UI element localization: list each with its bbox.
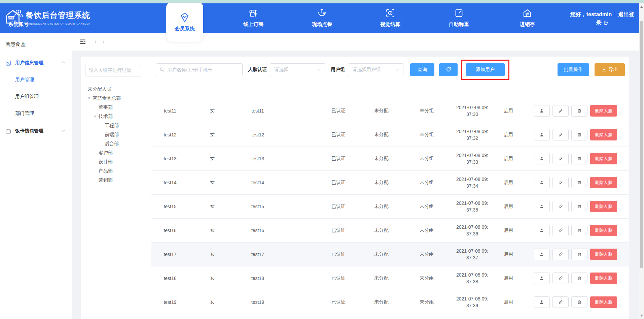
edit-user-button[interactable] (552, 129, 569, 140)
table-row: test12 女 test12 已认证 未分配 未分组 2021-07-08 0… (151, 123, 629, 147)
search-input[interactable] (156, 63, 243, 76)
edit-user-button[interactable] (552, 225, 569, 236)
top-nav-item-online-order[interactable]: 线上订餐 (235, 6, 272, 33)
delete-face-button[interactable]: 删除人脸 (590, 105, 617, 117)
top-nav-item-onsite-order[interactable]: 现场点餐 (303, 6, 341, 33)
delete-user-button[interactable] (571, 129, 587, 140)
tree-node[interactable]: 客户部 (85, 148, 151, 157)
top-nav-item-member-system[interactable]: 会员系统 (166, 2, 203, 42)
batch-operations-button[interactable]: 批量操作 (558, 63, 589, 76)
cell-emp-id: test18 (236, 276, 280, 281)
table-row: test15 女 test15 已认证 未分配 未分组 2021-07-08 0… (151, 195, 629, 219)
user-detail-button[interactable] (534, 129, 550, 140)
tree-node[interactable]: 未分配人员 (85, 85, 151, 94)
user-detail-button[interactable] (534, 177, 550, 188)
top-nav-item-self-weigh[interactable]: 自助称重 (440, 6, 477, 33)
user-detail-button[interactable] (534, 249, 550, 260)
pencil-icon (558, 156, 563, 161)
sidebar-subitem[interactable]: 用户组管理 (0, 92, 72, 101)
breadcrumb-item[interactable] (92, 39, 100, 44)
user-detail-button[interactable] (534, 201, 550, 212)
delete-user-button[interactable] (571, 249, 587, 260)
tree-node[interactable]: 智慧食堂总部 (85, 94, 151, 103)
delete-user-button[interactable] (571, 273, 587, 284)
sidebar-subitem[interactable]: 部门管理 (0, 109, 72, 118)
delete-face-button[interactable]: 删除人脸 (590, 153, 617, 164)
tree-node[interactable]: 前端部 (85, 130, 151, 139)
user-detail-button[interactable] (534, 153, 550, 164)
tree-node[interactable]: 后台部 (85, 139, 151, 148)
user-detail-button[interactable] (534, 105, 550, 117)
trash-icon (577, 276, 582, 281)
delete-face-button[interactable]: 删除人脸 (590, 296, 617, 308)
tree-node[interactable]: 营销部 (85, 176, 151, 185)
sidebar-item-meal-card-wallet[interactable]: 饭卡钱包管理 (0, 126, 72, 136)
edit-user-button[interactable] (552, 177, 569, 188)
sidebar: 智慧食堂 用户信息管理 用户管理 用户组管理 部门管理 (0, 33, 72, 319)
download-icon (602, 67, 606, 73)
table-row: test16 女 test16 已认证 未分配 未分组 2021-07-08 0… (151, 219, 629, 243)
user-table-region: 人脸认证 请选择 用户组 请选择用户组 查询 添加用户 (151, 57, 629, 319)
delete-face-button[interactable]: 删除人脸 (590, 201, 617, 212)
scrollbar-thumb[interactable] (640, 21, 643, 268)
caret-down-icon[interactable] (88, 97, 93, 99)
cell-gender: 女 (189, 203, 236, 210)
edit-user-button[interactable] (552, 201, 569, 212)
user-detail-button[interactable] (534, 296, 550, 308)
face-auth-select[interactable]: 请选择 (270, 63, 325, 76)
add-user-button[interactable]: 添加用户 (466, 63, 505, 76)
page-scrollbar[interactable] (639, 3, 644, 319)
pencil-icon (558, 228, 563, 233)
tree-node[interactable]: 产品部 (85, 166, 151, 176)
delete-user-button[interactable] (571, 105, 587, 117)
edit-user-button[interactable] (552, 249, 569, 260)
delete-user-button[interactable] (571, 201, 587, 212)
divider (615, 12, 615, 17)
cell-department: 未分配 (359, 275, 404, 281)
sidebar-subitem[interactable]: 用户管理 (0, 75, 72, 85)
top-nav-item-system-account[interactable]: 系统账号 (0, 6, 37, 33)
sidebar-collapse-icon[interactable] (79, 38, 86, 45)
delete-user-button[interactable] (571, 153, 587, 164)
sidebar-item-user-info-management[interactable]: 用户信息管理 (0, 58, 72, 68)
delete-face-button[interactable]: 删除人脸 (590, 177, 617, 188)
tree-node[interactable]: 技术部 (85, 112, 151, 121)
scroll-up-arrow[interactable] (640, 6, 643, 8)
cell-face-auth: 已认证 (318, 227, 359, 233)
breadcrumb-item[interactable] (100, 39, 108, 44)
delete-face-button[interactable]: 删除人脸 (590, 225, 617, 236)
delete-user-button[interactable] (571, 225, 587, 236)
delete-user-button[interactable] (571, 177, 587, 188)
delete-face-button[interactable]: 删除人脸 (590, 273, 617, 284)
export-button[interactable]: 导出 (595, 63, 625, 76)
edit-user-button[interactable] (552, 296, 569, 308)
tree-filter-input[interactable] (85, 64, 141, 76)
person-icon (539, 228, 544, 233)
top-nav-item-visual-checkout[interactable]: 视觉结算 (372, 6, 409, 33)
delete-face-button[interactable]: 删除人脸 (590, 249, 617, 260)
delete-face-button[interactable]: 删除人脸 (590, 129, 617, 140)
tree-node[interactable]: 设计部 (85, 157, 151, 166)
user-detail-button[interactable] (534, 273, 550, 284)
scroll-down-arrow[interactable] (640, 315, 643, 317)
person-icon (539, 180, 544, 185)
trash-icon (577, 300, 582, 305)
top-nav-item-inventory[interactable]: 进销存 (509, 6, 546, 33)
cell-face-auth: 已认证 (318, 275, 359, 281)
delete-user-button[interactable] (571, 296, 587, 308)
query-button[interactable]: 查询 (410, 63, 434, 76)
tree-node[interactable]: 工程部 (85, 121, 151, 130)
self-weigh-icon (454, 8, 464, 19)
cell-face-auth: 已认证 (318, 251, 359, 257)
cell-user-name: test18 (151, 276, 189, 281)
user-group-select[interactable]: 请选择用户组 (348, 63, 403, 76)
logout-icon[interactable] (602, 20, 608, 26)
edit-user-button[interactable] (552, 105, 569, 117)
edit-user-button[interactable] (552, 153, 569, 164)
caret-down-icon[interactable] (94, 116, 99, 118)
refresh-button[interactable] (439, 63, 458, 76)
table-row: test14 女 test14 已认证 未分配 未分组 2021-07-08 0… (151, 171, 629, 195)
user-detail-button[interactable] (534, 225, 550, 236)
tree-node[interactable]: 董事部 (85, 103, 151, 112)
edit-user-button[interactable] (552, 273, 569, 284)
